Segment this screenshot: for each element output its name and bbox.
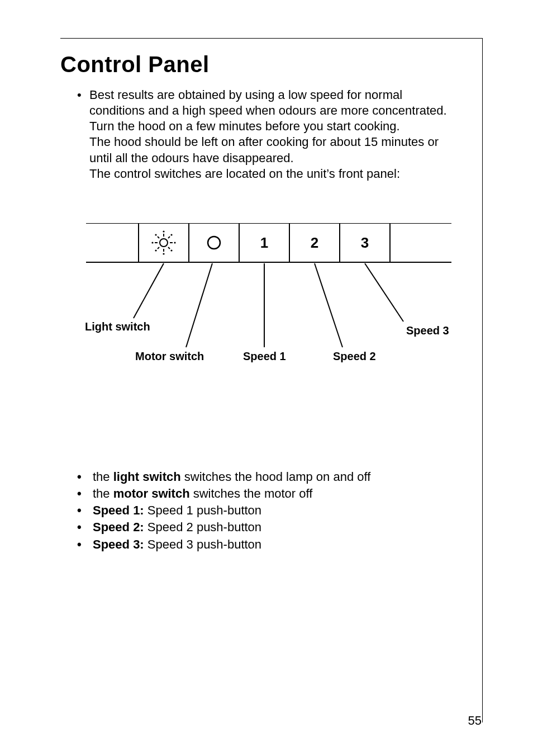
text: the xyxy=(93,486,113,500)
svg-line-19 xyxy=(134,263,164,318)
speed1-label: Speed 1 xyxy=(243,350,286,362)
intro-line: The control switches are located on the … xyxy=(89,167,400,181)
intro-line: until all the odours have disappeared. xyxy=(89,151,294,165)
svg-point-17 xyxy=(155,249,156,251)
intro-line: conditions and a high speed when odours … xyxy=(89,103,447,117)
top-rule xyxy=(60,38,483,39)
svg-point-11 xyxy=(163,230,164,232)
svg-point-2 xyxy=(160,239,168,247)
svg-line-10 xyxy=(168,237,170,238)
page-title: Control Panel xyxy=(60,52,483,77)
text: the xyxy=(93,470,113,484)
speed-1-label: 1 xyxy=(260,234,268,251)
intro-paragraph: • Best results are obtained by using a l… xyxy=(89,87,483,182)
svg-line-9 xyxy=(158,247,159,249)
intro-line: Best results are obtained by using a low… xyxy=(89,88,402,102)
circle-icon xyxy=(208,237,220,249)
speed2-label: Speed 2 xyxy=(333,350,376,362)
text: Speed 1 push-button xyxy=(144,503,261,517)
control-panel-diagram: 1 2 3 Light switch Motor switch Speed 1 … xyxy=(60,223,484,391)
svg-point-18 xyxy=(170,249,172,251)
pointer-lines xyxy=(134,263,403,347)
text: Speed 3 push-button xyxy=(144,537,261,551)
speed-3-label: 3 xyxy=(361,234,369,251)
panel-row xyxy=(86,223,451,262)
svg-line-22 xyxy=(315,263,342,347)
motor-off-button[interactable] xyxy=(189,223,239,262)
description-list: the light switch switches the hood lamp … xyxy=(77,469,483,552)
svg-line-23 xyxy=(365,263,403,322)
svg-point-16 xyxy=(170,234,172,235)
page-number: 55 xyxy=(468,714,482,728)
list-item: Speed 2: Speed 2 push-button xyxy=(77,519,483,535)
svg-line-7 xyxy=(158,237,159,238)
list-item: the motor switch switches the motor off xyxy=(77,486,483,502)
list-item: the light switch switches the hood lamp … xyxy=(77,469,483,485)
bullet-icon: • xyxy=(77,87,82,103)
light-switch-label: Light switch xyxy=(85,320,150,333)
intro-line: The hood should be left on after cooking… xyxy=(89,135,439,149)
text: Speed 2 push-button xyxy=(144,520,261,534)
light-icon xyxy=(151,230,175,254)
text-bold: Speed 3: xyxy=(93,537,144,551)
svg-line-20 xyxy=(186,263,212,347)
text-bold: Speed 1: xyxy=(93,503,144,517)
text: switches the hood lamp on and off xyxy=(181,470,371,484)
text-bold: light switch xyxy=(113,470,181,484)
intro-line: Turn the hood on a few minutes before yo… xyxy=(89,119,400,133)
page: Control Panel • Best results are obtaine… xyxy=(0,0,533,756)
text: switches the motor off xyxy=(190,486,313,500)
speed-2-label: 2 xyxy=(311,234,318,251)
svg-point-13 xyxy=(151,242,153,243)
speed3-label: Speed 3 xyxy=(406,324,449,337)
svg-point-12 xyxy=(163,253,164,254)
list-item: Speed 1: Speed 1 push-button xyxy=(77,503,483,518)
text-bold: motor switch xyxy=(113,486,190,500)
svg-point-15 xyxy=(155,234,156,235)
list-item: Speed 3: Speed 3 push-button xyxy=(77,537,483,552)
text-bold: Speed 2: xyxy=(93,520,144,534)
svg-point-14 xyxy=(174,242,175,243)
light-button[interactable] xyxy=(139,223,189,262)
svg-line-8 xyxy=(168,247,170,249)
motor-switch-label: Motor switch xyxy=(135,350,204,362)
